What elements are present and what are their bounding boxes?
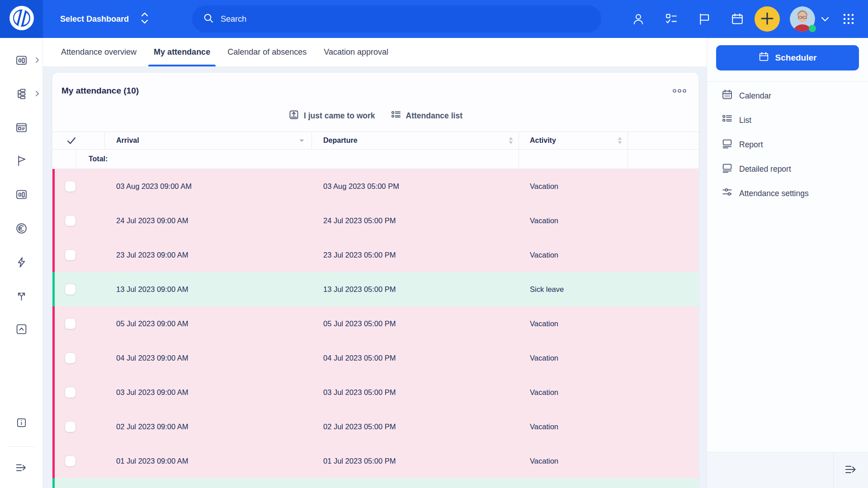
- row-checkbox[interactable]: [65, 353, 75, 363]
- row-checkbox-cell: [52, 341, 105, 375]
- sidebar-box-chevron-up-icon[interactable]: [15, 323, 28, 335]
- departure-sort-icon[interactable]: [509, 137, 513, 144]
- sidebar-expand-chevron-icon[interactable]: [35, 57, 39, 63]
- table-row[interactable]: 04 Jul 2023 09:00 AM 04 Jul 2023 05:00 P…: [52, 341, 698, 375]
- menu-item-list[interactable]: List: [707, 108, 868, 132]
- cell-activity: Sick leave: [519, 272, 628, 306]
- table-row[interactable]: 23 Jul 2023 09:00 AM 23 Jul 2023 05:00 P…: [52, 238, 698, 272]
- sidebar-dashboard-icon[interactable]: [15, 54, 28, 66]
- card-options-icon[interactable]: [672, 88, 687, 94]
- cell-arrival: 03 Aug 2023 09:00 AM: [105, 169, 312, 203]
- sidebar-pennant-icon[interactable]: [15, 154, 28, 167]
- cell-arrival: 24 Jul 2023 09:00 AM: [105, 203, 312, 238]
- column-header-arrival[interactable]: Arrival: [105, 132, 312, 149]
- table-row[interactable]: 02 Jul 2023 09:00 AM 02 Jul 2023 05:00 P…: [52, 409, 698, 444]
- sidebar-collapse-icon[interactable]: [15, 461, 28, 474]
- row-checkbox[interactable]: [65, 250, 75, 260]
- menu-item-label: List: [739, 116, 751, 125]
- app-screen: Select Dashboard Search: [0, 0, 868, 488]
- column-header-departure[interactable]: Departure: [312, 132, 519, 149]
- select-all-check-icon[interactable]: [52, 132, 105, 149]
- dashboard-selector[interactable]: Select Dashboard: [60, 0, 149, 38]
- list-icon: [391, 109, 401, 122]
- row-checkbox[interactable]: [65, 216, 75, 226]
- attendance-table: Arrival Departure: [52, 131, 698, 488]
- sidebar-info-icon[interactable]: [15, 416, 28, 429]
- tab-my-attendance[interactable]: My attendance: [154, 38, 210, 66]
- cell-departure: 24 Jul 2023 05:00 PM: [312, 203, 519, 238]
- cell-departure: 03 Jul 2023 05:00 PM: [312, 375, 519, 409]
- table-body: 03 Aug 2023 09:00 AM 03 Aug 2023 05:00 P…: [52, 169, 698, 488]
- add-button[interactable]: [755, 6, 780, 32]
- sidebar-euro-finance-icon[interactable]: [15, 222, 28, 235]
- scheduler-button[interactable]: Scheduler: [716, 45, 859, 70]
- cell-extra: [628, 306, 698, 341]
- row-checkbox-cell: [52, 478, 105, 488]
- topbar-icons: [629, 0, 868, 38]
- card-actions: I just came to work Attendance list: [52, 107, 698, 124]
- cell-departure: 01 Jul 2023 05:00 PM: [312, 444, 519, 478]
- table-row[interactable]: 24 Jul 2023 09:00 AM 24 Jul 2023 05:00 P…: [52, 203, 698, 238]
- table-row[interactable]: 01 Jul 2023 09:00 AM 01 Jul 2023 05:00 P…: [52, 444, 698, 478]
- row-checkbox[interactable]: [65, 319, 75, 329]
- tab-calendar-of-absences[interactable]: Calendar of absences: [227, 38, 307, 66]
- row-checkbox[interactable]: [65, 284, 75, 295]
- tab-attendance-overview[interactable]: Attendance overview: [61, 38, 137, 66]
- sidebar-window-form-icon[interactable]: [15, 121, 28, 134]
- table-row[interactable]: [52, 478, 698, 488]
- tasks-checklist-icon[interactable]: [662, 10, 680, 28]
- menu-item-label: Report: [739, 140, 763, 150]
- sidebar-branch-split-icon[interactable]: [15, 289, 28, 302]
- search-input[interactable]: Search: [192, 5, 601, 33]
- sidebar-lightning-icon[interactable]: [15, 256, 28, 268]
- row-checkbox[interactable]: [65, 387, 75, 398]
- cell-arrival: 04 Jul 2023 09:00 AM: [105, 341, 312, 375]
- arrival-filter-caret-icon[interactable]: [299, 139, 304, 142]
- cell-departure: 05 Jul 2023 05:00 PM: [312, 306, 519, 341]
- account-chevron-down-icon[interactable]: [821, 16, 830, 22]
- sidebar-expand-chevron-icon[interactable]: [35, 90, 39, 97]
- cell-activity: [519, 478, 628, 488]
- tab-label: My attendance: [154, 47, 210, 57]
- check-in-label: I just came to work: [304, 111, 375, 121]
- row-checkbox[interactable]: [65, 456, 75, 466]
- calendar-icon[interactable]: [728, 10, 746, 28]
- cell-departure: [312, 478, 519, 488]
- cell-arrival: 02 Jul 2023 09:00 AM: [105, 409, 312, 444]
- detailed-report-icon: [722, 162, 733, 176]
- sidebar-modules-icon[interactable]: [15, 188, 28, 201]
- cell-extra: [628, 409, 698, 444]
- row-checkbox[interactable]: [65, 181, 75, 192]
- search-icon: [203, 13, 214, 26]
- column-header-activity[interactable]: Activity: [519, 132, 628, 149]
- cell-arrival: 13 Jul 2023 09:00 AM: [105, 272, 312, 306]
- attendance-list-button[interactable]: Attendance list: [391, 109, 462, 122]
- sidebar-structure-icon[interactable]: [15, 87, 28, 100]
- check-in-button[interactable]: I just came to work: [288, 109, 375, 122]
- row-checkbox[interactable]: [65, 422, 75, 432]
- menu-item-detailed-report[interactable]: Detailed report: [707, 157, 868, 181]
- row-checkbox-cell: [52, 375, 105, 409]
- table-row[interactable]: 05 Jul 2023 09:00 AM 05 Jul 2023 05:00 P…: [52, 306, 698, 341]
- table-row[interactable]: 03 Aug 2023 09:00 AM 03 Aug 2023 05:00 P…: [52, 169, 698, 203]
- scheduler-menu: Calendar List Report: [707, 82, 868, 206]
- scheduler-panel-footer: [707, 452, 868, 488]
- profile-icon[interactable]: [629, 10, 647, 28]
- menu-item-calendar[interactable]: Calendar: [707, 84, 868, 108]
- apps-grid-icon[interactable]: [842, 12, 855, 26]
- menu-item-report[interactable]: Report: [707, 132, 868, 157]
- activity-sort-icon[interactable]: [618, 137, 622, 144]
- menu-item-attendance-settings[interactable]: Attendance settings: [707, 181, 868, 206]
- user-avatar[interactable]: [790, 6, 815, 32]
- panel-collapse-button[interactable]: [833, 452, 868, 488]
- flag-icon[interactable]: [695, 10, 713, 28]
- cell-activity: Vacation: [519, 444, 628, 478]
- cell-extra: [628, 341, 698, 375]
- table-row[interactable]: 13 Jul 2023 09:00 AM 13 Jul 2023 05:00 P…: [52, 272, 698, 306]
- menu-item-label: Calendar: [739, 91, 771, 101]
- cell-departure: 04 Jul 2023 05:00 PM: [312, 341, 519, 375]
- app-logo[interactable]: [0, 0, 43, 38]
- table-row[interactable]: 03 Jul 2023 09:00 AM 03 Jul 2023 05:00 P…: [52, 375, 698, 409]
- topbar: Select Dashboard Search: [0, 0, 868, 38]
- tab-vacation-approval[interactable]: Vacation approval: [324, 38, 388, 66]
